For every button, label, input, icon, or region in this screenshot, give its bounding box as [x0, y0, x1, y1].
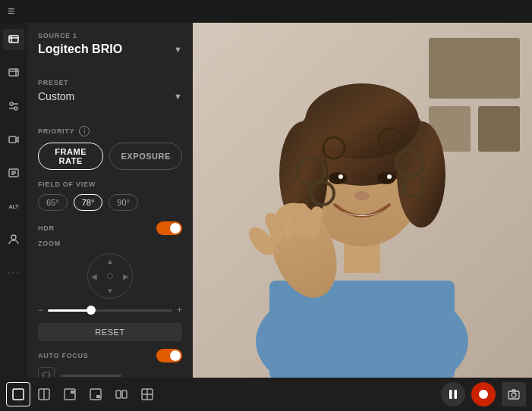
sidebar-icon-source1[interactable]: [3, 29, 24, 50]
priority-row: PRIORITY i: [38, 126, 182, 136]
sidebar-icon-alt[interactable]: ALT: [3, 196, 24, 217]
fov-buttons: 65° 78° 90°: [38, 194, 182, 211]
zoom-down-arrow[interactable]: ▼: [106, 287, 114, 295]
preset-label: PRESET: [38, 79, 182, 86]
layout-sidebyside-btn[interactable]: [109, 382, 134, 406]
priority-label: PRIORITY: [38, 127, 74, 135]
layout-pip-bottomright-btn[interactable]: [83, 382, 108, 406]
svg-point-38: [354, 191, 370, 200]
fov-78-btn[interactable]: 78°: [74, 194, 103, 211]
svg-rect-57: [449, 390, 452, 399]
sidebar-icons: ALT ···: [0, 23, 27, 378]
snapshot-btn[interactable]: [502, 382, 526, 406]
autofocus-toggle[interactable]: [156, 349, 182, 362]
svg-rect-10: [9, 136, 16, 143]
priority-exposure-btn[interactable]: EXPOSURE: [109, 143, 182, 170]
zoom-slider-row: − +: [38, 305, 182, 315]
menu-icon[interactable]: ≡: [8, 5, 14, 18]
zoom-up-arrow[interactable]: ▲: [106, 257, 114, 265]
zoom-slider-fill: [48, 309, 91, 312]
hdr-label: HDR: [38, 224, 55, 232]
svg-rect-21: [269, 281, 455, 378]
svg-rect-42: [296, 203, 308, 237]
svg-point-60: [512, 393, 516, 397]
zoom-right-arrow[interactable]: ▶: [123, 272, 129, 281]
svg-rect-49: [71, 391, 74, 394]
main-area: ALT ··· SOURCE 1 Logitech BRIO ▼ PRESET …: [0, 23, 532, 378]
svg-rect-51: [96, 395, 100, 398]
autofocus-label: AUTO FOCUS: [38, 352, 89, 359]
fov-label: FIELD OF VIEW: [38, 180, 182, 188]
preset-select[interactable]: Custom: [38, 90, 182, 102]
zoom-reset-btn[interactable]: RESET: [38, 323, 182, 341]
svg-rect-45: [13, 389, 24, 400]
preset-select-wrapper: Custom ▼: [38, 89, 182, 103]
svg-rect-0: [9, 36, 18, 42]
bottom-bar: [0, 378, 532, 411]
zoom-left-arrow[interactable]: ◀: [91, 272, 97, 281]
svg-rect-3: [9, 69, 18, 76]
fov-90-btn[interactable]: 90°: [109, 194, 138, 211]
focus-frame-icon[interactable]: [38, 367, 55, 378]
svg-rect-17: [429, 38, 520, 99]
source-select[interactable]: Logitech BRIO: [38, 42, 182, 55]
priority-buttons: FRAME RATE EXPOSURE: [38, 143, 182, 170]
zoom-minus-btn[interactable]: −: [38, 305, 43, 315]
bottom-controls: [441, 382, 526, 406]
bottom-layout-buttons: [6, 382, 159, 406]
autofocus-row: AUTO FOCUS: [38, 349, 182, 362]
zoom-label: ZOOM: [38, 240, 182, 247]
record-btn[interactable]: [471, 382, 496, 406]
layout-full-btn[interactable]: [6, 382, 30, 406]
sidebar-icon-effects[interactable]: [3, 96, 24, 117]
svg-point-7: [14, 107, 17, 110]
preview-area: [193, 23, 532, 378]
hdr-toggle[interactable]: [156, 221, 182, 235]
autofocus-toggle-knob: [170, 350, 181, 361]
camera-preview: [193, 23, 532, 378]
layout-grid2-btn[interactable]: [32, 382, 56, 406]
sidebar-icon-video[interactable]: [3, 129, 24, 150]
record-dot: [479, 390, 488, 399]
zoom-slider[interactable]: [48, 309, 172, 312]
layout-grid4-btn[interactable]: [135, 382, 159, 406]
sidebar-icon-more[interactable]: ···: [3, 262, 24, 284]
svg-point-34: [329, 172, 347, 184]
zoom-slider-thumb: [87, 306, 96, 315]
svg-rect-19: [478, 106, 520, 152]
svg-point-6: [10, 102, 13, 105]
svg-point-35: [377, 172, 395, 184]
svg-point-36: [338, 174, 343, 179]
svg-rect-58: [455, 390, 458, 399]
sidebar-icon-user[interactable]: [3, 229, 24, 250]
svg-point-37: [387, 174, 392, 179]
sidebar-icon-audio[interactable]: [3, 162, 24, 184]
source-select-wrapper: Logitech BRIO ▼: [38, 42, 182, 56]
pause-btn[interactable]: [441, 382, 465, 406]
layout-pip-topright-btn[interactable]: [58, 382, 82, 406]
fov-65-btn[interactable]: 65°: [38, 194, 68, 211]
focus-slider[interactable]: [61, 375, 121, 377]
svg-rect-52: [116, 391, 121, 398]
priority-framerate-btn[interactable]: FRAME RATE: [38, 143, 103, 170]
source-label: SOURCE 1: [38, 32, 182, 39]
top-bar: ≡: [0, 0, 532, 23]
hdr-row: HDR: [38, 221, 182, 235]
svg-rect-53: [122, 391, 127, 398]
priority-info-icon[interactable]: i: [79, 126, 90, 136]
zoom-center[interactable]: [107, 273, 113, 279]
zoom-control: ▲ ◀ ▶ ▼ − +: [38, 253, 182, 318]
zoom-plus-btn[interactable]: +: [177, 305, 182, 315]
controls-panel: SOURCE 1 Logitech BRIO ▼ PRESET Custom ▼…: [27, 23, 193, 378]
svg-point-12: [11, 235, 16, 240]
hdr-toggle-knob: [170, 223, 181, 234]
sidebar-icon-source2[interactable]: [3, 62, 24, 83]
svg-rect-13: [43, 372, 49, 378]
zoom-ring[interactable]: ▲ ◀ ▶ ▼: [87, 253, 133, 299]
